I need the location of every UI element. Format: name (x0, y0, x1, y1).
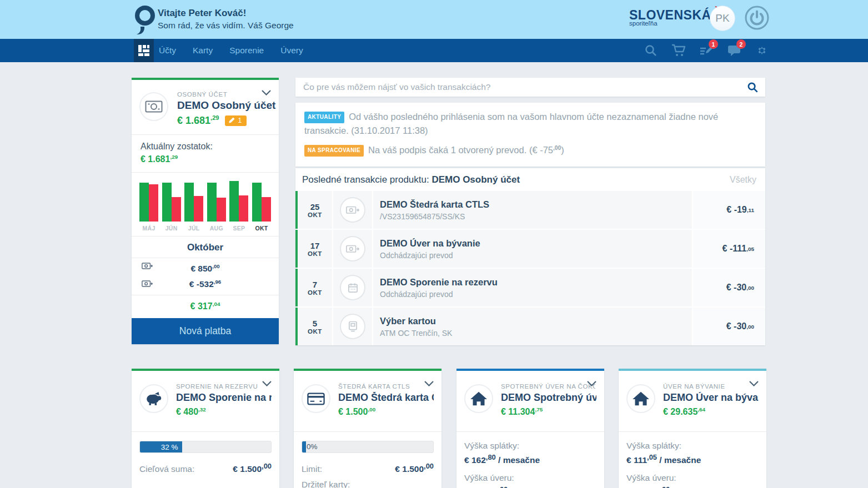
savings-progress-bar: 32 % (139, 441, 272, 453)
chart-bar-príjmy (139, 183, 149, 222)
current-balance-label: Aktuálny zostatok: (141, 142, 270, 152)
greeting: Vitajte Peter Kováč! Som rád, že vás vid… (158, 7, 294, 31)
george-dashboard: Vitajte Peter Kováč! Som rád, že vás vid… (0, 0, 868, 488)
chart-month-group[interactable]: JÚN (162, 180, 181, 232)
chevron-down-icon[interactable] (424, 381, 434, 386)
product-balance: € 480,32 (176, 406, 206, 417)
news-badge: AKTUALITY (304, 112, 344, 123)
month-income-value: € 850,00 (190, 264, 219, 273)
transaction-subtitle: ATM OC Trenčín, SK (380, 329, 692, 338)
chart-bar-výdavky (149, 184, 158, 222)
nav-item-uvery[interactable]: Úvery (280, 46, 303, 56)
logout-power-icon[interactable] (744, 5, 770, 31)
account-card: OSOBNÝ ÚČET DEMO Osobný účet € 1.681,29 … (132, 78, 279, 344)
new-payment-button[interactable]: Nová platba (132, 318, 279, 344)
loan-amount-label: Výška úveru: (626, 473, 759, 483)
product-type-label: ŠTEDRÁ KARTA CTLS (338, 383, 433, 390)
nav-item-ucty[interactable]: Účty (159, 46, 176, 56)
chart-month-group[interactable]: JÚL (184, 180, 203, 232)
transaction-date: 5OKT (298, 308, 333, 345)
search-input[interactable] (295, 78, 765, 97)
transaction-date: 25OKT (298, 191, 333, 229)
savings-card[interactable]: SPORENIE NA REZERVU DEMO Sporenie na re…… (132, 369, 279, 488)
chart-bar-výdavky (172, 197, 181, 222)
banknote-transfer-icon (340, 197, 365, 223)
cart-icon[interactable] (671, 43, 686, 58)
transaction-row[interactable]: 5OKT Výber kartou ATM OC Trenčín, SK € -… (295, 308, 765, 345)
transaction-row[interactable]: 17OKT DEMO Úver na bývanie Odchádzajúci … (295, 230, 765, 268)
transaction-date: 17OKT (298, 230, 333, 268)
chart-month-label: OKT (255, 225, 268, 232)
transactions-panel: Posledné transakcie produktu: DEMO Osobn… (295, 168, 765, 345)
messages-chat-icon[interactable]: 2 (727, 43, 741, 58)
limit-progress-bar: 0% (302, 441, 434, 453)
chart-month-label: JÚN (165, 225, 178, 232)
atm-icon (340, 314, 365, 339)
chart-bar-príjmy (162, 183, 172, 222)
transaction-amount: € -30,00 (692, 308, 765, 345)
chart-bar-príjmy (184, 183, 194, 222)
consumer-loan-card[interactable]: SPOTREBNÝ ÚVER NA ČOKOĽVEK DEMO Spotrebn… (456, 369, 604, 488)
transaction-row[interactable]: 7OKT DEMO Sporenie na rezervu Odchádzajú… (295, 269, 765, 306)
installment-value: € 111,05 / mesačne (626, 453, 759, 465)
chart-month-label: MÁJ (142, 225, 155, 232)
installment-label: Výška splátky: (464, 441, 596, 451)
chart-month-group[interactable]: AUG (207, 180, 226, 232)
holder-label: Držiteľ karty: (302, 480, 350, 488)
transaction-subtitle: /VS23159654875/SS/KS (380, 212, 692, 221)
bank-logo: SLOVENSKÁŠ sporiteľňa (629, 8, 723, 27)
banknote-transfer-icon (340, 236, 365, 261)
month-net-row: € 317,04 (132, 295, 279, 317)
pending-signature-badge[interactable]: 1 (225, 115, 247, 126)
credit-card-card[interactable]: ŠTEDRÁ KARTA CTLS DEMO Štedrá karta C… €… (294, 369, 441, 488)
processing-message: NA SPRACOVANIENa váš podpis čaká 1 otvor… (304, 144, 756, 158)
transaction-amount: € -30,00 (692, 269, 765, 306)
search-icon[interactable] (644, 43, 658, 58)
chevron-down-icon[interactable] (587, 381, 596, 386)
month-expense-value: € -532,96 (189, 279, 221, 289)
chevron-down-icon[interactable] (262, 90, 271, 95)
transaction-title: DEMO Sporenie na rezervu (380, 277, 692, 288)
house-icon (464, 384, 493, 413)
chart-bar-príjmy (207, 183, 217, 222)
dashboard-grid-icon[interactable] (134, 39, 154, 62)
search-submit-icon[interactable] (747, 82, 759, 93)
transaction-title: Výber kartou (380, 316, 692, 326)
housing-loan-card[interactable]: ÚVER NA BÝVANIE DEMO Úver na bývanie € 2… (619, 369, 766, 488)
settings-gear-icon[interactable] (755, 43, 769, 58)
loan-amount-value: € 30.000,00 (626, 485, 759, 488)
chart-month-label: AUG (210, 225, 223, 232)
target-sum-value: € 1.500,00 (233, 462, 272, 474)
installment-label: Výška splátky: (626, 441, 759, 451)
chart-month-label: JÚL (188, 225, 200, 232)
chevron-down-icon[interactable] (749, 381, 759, 386)
chart-month-group[interactable]: OKT (252, 180, 271, 232)
product-title: DEMO Štedrá karta C… (338, 392, 434, 404)
banknote-icon (139, 92, 168, 121)
user-avatar[interactable]: PK (710, 6, 735, 31)
chart-month-group[interactable]: SEP (229, 180, 248, 232)
limit-value: € 1.500,00 (395, 462, 434, 474)
show-all-link[interactable]: Všetky (730, 175, 756, 185)
chart-month-label: SEP (233, 225, 245, 232)
nav-item-karty[interactable]: Karty (193, 46, 213, 56)
notifications-card: AKTUALITYOd vášho posledného prihlásenia… (295, 103, 765, 167)
messages-badge: 2 (736, 39, 746, 49)
transaction-row[interactable]: 25OKT DEMO Štedrá karta CTLS /VS23159654… (295, 191, 765, 229)
orders-pencil-icon[interactable]: 1 (699, 43, 714, 58)
nav-item-sporenie[interactable]: Sporenie (229, 46, 264, 56)
greeting-title: Vitajte Peter Kováč! (158, 7, 294, 19)
chart-month-group[interactable]: MÁJ (139, 180, 158, 232)
chevron-down-icon[interactable] (262, 381, 272, 386)
product-balance: € 29.635,64 (663, 406, 705, 417)
chart-bar-výdavky (194, 196, 203, 222)
mini-bar-chart: MÁJJÚNJÚLAUGSEPOKT (132, 173, 279, 237)
orders-badge: 1 (709, 39, 718, 49)
product-type-label: ÚVER NA BÝVANIE (663, 383, 757, 390)
chart-bar-výdavky (217, 198, 226, 222)
nav-items: Účty Karty Sporenie Úvery (159, 39, 303, 62)
month-expense-row: € -532,96 (132, 276, 279, 294)
top-header: Vitajte Peter Kováč! Som rád, že vás vid… (0, 0, 868, 39)
chart-bar-výdavky (262, 197, 271, 222)
account-card-header[interactable]: OSOBNÝ ÚČET DEMO Osobný účet € 1.681,29 … (132, 80, 279, 135)
